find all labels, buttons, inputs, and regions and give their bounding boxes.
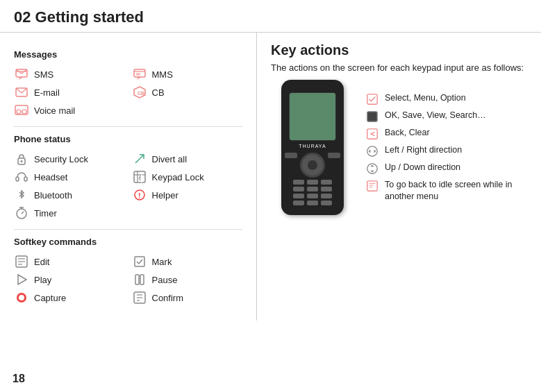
key-action-item: To go back to idle screen while in anoth… [365, 179, 527, 203]
list-item: E-mail [14, 83, 125, 101]
svg-point-36 [19, 295, 24, 300]
phone-nav-center [308, 160, 317, 170]
headset-icon [14, 169, 29, 185]
svg-rect-10 [136, 73, 140, 76]
svg-rect-50 [367, 181, 377, 191]
play-icon [14, 272, 29, 287]
messages-grid: SMS E-mail Voice mail [14, 65, 242, 119]
list-item: SMS [14, 65, 125, 83]
list-item: Play [14, 271, 125, 289]
key-action-item: OK, Save, View, Search… [365, 110, 527, 123]
select-text: Select, Menu, Option [385, 92, 466, 104]
list-item: MMS [132, 65, 243, 83]
edit-label: Edit [34, 257, 49, 267]
list-item: Divert all [132, 150, 243, 168]
back-icon [365, 127, 379, 141]
cb-label: CB [152, 87, 165, 98]
svg-text:CB: CB [138, 91, 144, 96]
phone-status-section-title: Phone status [14, 134, 242, 144]
idle-text: To go back to idle screen while in anoth… [385, 179, 527, 203]
phone-screen [289, 92, 336, 141]
pause-icon [132, 272, 147, 287]
list-item: Keypad Lock [132, 168, 243, 186]
phone-keys [288, 153, 337, 205]
phone-key [307, 201, 318, 205]
list-item: Voice mail [14, 101, 125, 119]
phone-key [293, 201, 304, 205]
phone-key [307, 187, 318, 191]
mark-icon [132, 254, 147, 269]
mark-label: Mark [152, 257, 172, 267]
bluetooth-label: Bluetooth [34, 190, 72, 201]
phone-num-row3 [293, 194, 332, 198]
idle-icon [365, 179, 379, 193]
leftright-text: Left / Right direction [385, 144, 462, 156]
svg-point-15 [21, 160, 23, 162]
svg-point-6 [22, 110, 26, 114]
edit-icon [14, 254, 29, 269]
phone-key [307, 194, 318, 198]
phone-num-row1 [293, 180, 332, 185]
messages-col1: SMS E-mail Voice mail [14, 65, 125, 119]
phone-key [293, 194, 304, 198]
back-text: Back, Clear [385, 127, 430, 139]
phone-key [293, 187, 304, 191]
cb-icon: CB [132, 85, 147, 100]
svg-line-20 [22, 212, 24, 214]
left-panel: Messages SMS E-mail [0, 33, 257, 321]
leftright-icon [365, 144, 379, 158]
sms-label: SMS [34, 69, 53, 80]
play-label: Play [34, 275, 51, 285]
divert-label: Divert all [152, 154, 188, 164]
keypad-lock-icon [132, 169, 147, 185]
softkey-col2: Mark Pause Confirm [132, 253, 243, 307]
list-item: ! Helper [132, 186, 243, 204]
phone-status-col2: Divert all Keypad Lock ! Helper [132, 150, 243, 222]
phone-key [307, 180, 318, 185]
lock-icon [14, 151, 29, 167]
svg-rect-16 [16, 177, 19, 181]
confirm-label: Confirm [152, 293, 184, 303]
svg-marker-34 [18, 275, 26, 284]
phone-key [321, 187, 332, 191]
divert-icon [132, 151, 147, 167]
page-title: 02 Getting started [0, 0, 541, 33]
key-action-item: Select, Menu, Option [365, 92, 527, 106]
svg-line-22 [135, 155, 144, 163]
page-number: 18 [13, 373, 25, 385]
timer-icon [14, 205, 29, 221]
keypad-lock-label: Keypad Lock [152, 172, 204, 182]
phone-brand: THURAYA [299, 144, 326, 148]
phone-status-grid: Security Lock Headset Bluetooth [14, 150, 242, 222]
softkey-section-title: Softkey commands [14, 237, 242, 247]
phone-key [321, 201, 332, 205]
timer-label: Timer [34, 208, 57, 219]
divider [14, 229, 242, 230]
svg-point-5 [17, 110, 21, 114]
list-item: Headset [14, 168, 125, 186]
helper-icon: ! [132, 187, 147, 203]
svg-text:!: ! [138, 191, 141, 200]
phone-key [321, 180, 332, 185]
select-icon [365, 92, 379, 106]
phone-key [321, 194, 332, 198]
phone-key [293, 180, 304, 185]
list-item: Pause [132, 271, 243, 289]
svg-rect-38 [135, 275, 139, 284]
svg-rect-39 [140, 275, 144, 284]
list-item: Timer [14, 204, 125, 222]
list-item: Bluetooth [14, 186, 125, 204]
confirm-icon [132, 290, 147, 305]
key-actions-title: Key actions [271, 42, 527, 58]
phone-body: THURAYA [281, 80, 344, 215]
list-item: Mark [132, 253, 243, 271]
phone-softkey-row [285, 153, 340, 178]
svg-rect-17 [24, 177, 27, 181]
list-item: Security Lock [14, 150, 125, 168]
messages-col2: MMS CB CB [132, 65, 243, 119]
phone-key [285, 153, 297, 158]
key-actions-desc: The actions on the screen for each keypa… [271, 62, 527, 73]
email-icon [14, 85, 29, 100]
ok-text: OK, Save, View, Search… [385, 110, 486, 121]
updown-text: Up / Down direction [385, 162, 460, 173]
